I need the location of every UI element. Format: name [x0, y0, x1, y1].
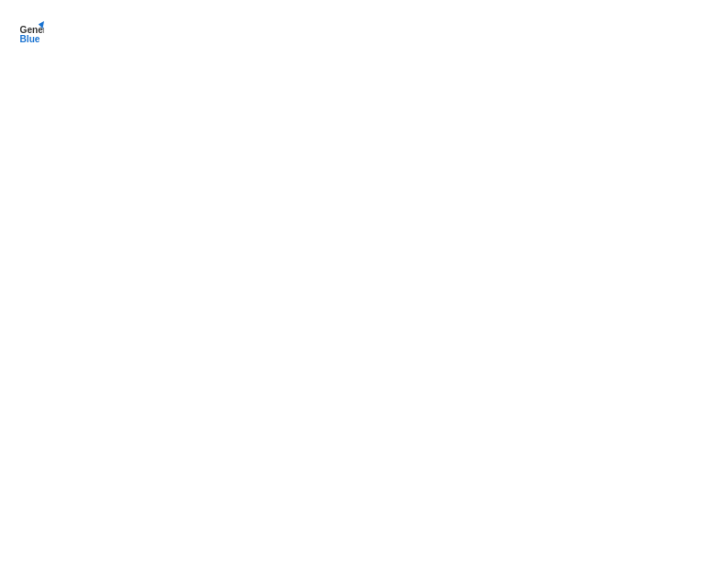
logo: General Blue — [18, 18, 44, 44]
header: General Blue — [18, 18, 710, 44]
logo-icon: General Blue — [18, 18, 44, 44]
svg-text:Blue: Blue — [20, 34, 40, 44]
